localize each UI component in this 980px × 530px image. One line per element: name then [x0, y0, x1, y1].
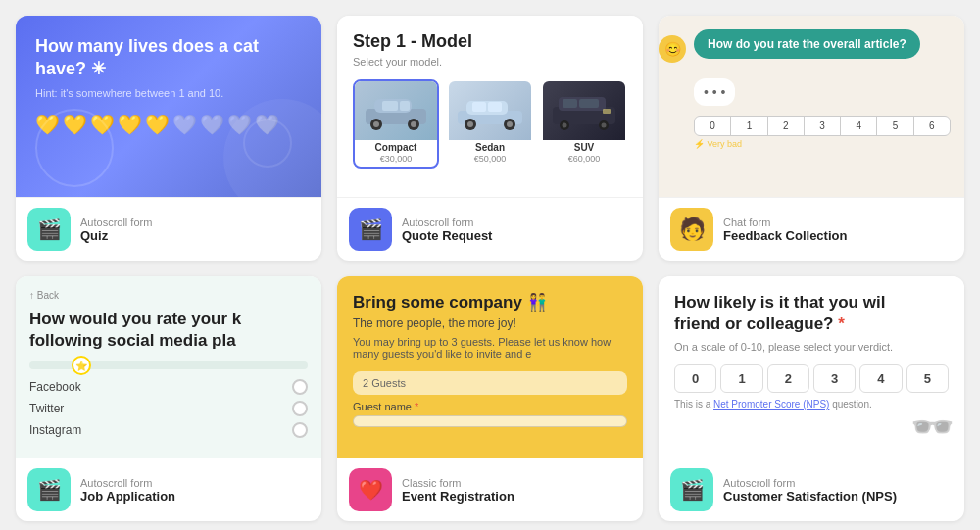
sedan-label: Sedan	[449, 140, 531, 154]
nps-info: This is a Net Promoter Score (NPS) quest…	[674, 399, 949, 410]
facebook-radio	[292, 379, 308, 395]
scale-4: 4	[841, 117, 877, 135]
card-feedback[interactable]: 😊 How do you rate the overall article? •…	[659, 16, 964, 261]
job-card-text: Autoscroll form Job Application	[80, 477, 175, 504]
svg-point-21	[602, 123, 607, 128]
svg-point-13	[507, 121, 513, 127]
event-desc: You may bring up to 3 guests. Please let…	[353, 336, 627, 360]
card-customer-satisfaction[interactable]: How likely is it that you wilfriend or c…	[659, 276, 964, 521]
quiz-card-text: Autoscroll form Quiz	[80, 217, 152, 243]
event-subtitle: The more people, the more joy!	[353, 316, 627, 330]
event-preview: Bring some company 👫 The more people, th…	[337, 276, 643, 458]
quiz-title: Quiz	[80, 228, 152, 243]
scale-6: 6	[914, 117, 950, 135]
card-grid: How many lives does a cat have? ✳ Hint: …	[0, 0, 980, 530]
nps-1: 1	[720, 364, 762, 393]
svg-rect-7	[400, 101, 410, 111]
scale-0: 0	[695, 117, 731, 135]
svg-point-5	[411, 121, 416, 127]
card-job-application[interactable]: ↑ Back How would you rate your kfollowin…	[16, 276, 321, 521]
event-footer: ❤️ Classic form Event Registration	[337, 458, 643, 521]
svg-rect-14	[472, 102, 486, 112]
feedback-icon: 🧑	[670, 208, 713, 251]
suv-price: €60,000	[543, 154, 625, 167]
job-option-facebook: Facebook	[29, 379, 308, 395]
svg-rect-6	[382, 101, 398, 111]
quote-card-text: Autoscroll form Quote Request	[402, 217, 492, 243]
svg-rect-15	[488, 102, 502, 112]
event-card-text: Classic form Event Registration	[402, 477, 514, 504]
nps-form-type: Autoscroll form	[723, 477, 897, 489]
svg-point-3	[373, 121, 379, 127]
sedan-price: €50,000	[449, 154, 531, 167]
suv-label: SUV	[543, 140, 625, 154]
event-form-type: Classic form	[402, 477, 514, 489]
svg-rect-22	[563, 99, 577, 108]
nps-footer: 🎬 Autoscroll form Customer Satisfaction …	[659, 458, 964, 521]
job-icon: 🎬	[27, 468, 71, 511]
event-name-label: Guest name *	[353, 401, 627, 412]
facebook-label: Facebook	[29, 380, 81, 394]
job-option-instagram: Instagram	[29, 422, 308, 438]
quote-subtitle: Select your model.	[353, 56, 627, 68]
event-icon: ❤️	[349, 468, 392, 511]
nps-4: 4	[859, 364, 902, 393]
feedback-bubble-wrap: 😊 How do you rate the overall article?	[672, 29, 951, 69]
feedback-dots: • • •	[694, 78, 735, 106]
nps-5: 5	[906, 364, 949, 393]
quiz-question: How many lives does a cat have? ✳	[35, 35, 302, 81]
car-suv: SUV €60,000	[541, 79, 627, 169]
event-title: Bring some company 👫	[353, 292, 627, 313]
nps-question: How likely is it that you wilfriend or c…	[674, 292, 949, 335]
feedback-scale: 0 1 2 3 4 5 6	[694, 116, 951, 136]
nps-scale: 0 1 2 3 4 5	[674, 364, 949, 393]
nps-card-text: Autoscroll form Customer Satisfaction (N…	[723, 477, 897, 504]
feedback-form-type: Chat form	[723, 217, 847, 228]
nps-glasses-decoration: 🕶️	[910, 407, 955, 448]
feedback-bubble: How do you rate the overall article?	[694, 29, 920, 59]
job-slider: ⭐	[29, 361, 308, 369]
svg-point-19	[563, 123, 567, 128]
nps-subtitle: On a scale of 0-10, please select your v…	[674, 341, 949, 353]
feedback-footer: 🧑 Chat form Feedback Collection	[659, 197, 964, 261]
quiz-icon: 🎬	[27, 208, 71, 251]
svg-point-11	[467, 121, 473, 127]
job-option-twitter: Twitter	[29, 401, 308, 416]
quote-form-type: Autoscroll form	[402, 217, 492, 228]
event-title-label: Event Registration	[402, 489, 514, 504]
svg-rect-23	[579, 99, 599, 108]
feedback-card-text: Chat form Feedback Collection	[723, 217, 847, 243]
quote-cars: Compact €30,000	[353, 79, 627, 169]
quote-preview: Step 1 - Model Select your model.	[337, 16, 643, 197]
compact-price: €30,000	[355, 154, 437, 167]
scale-2: 2	[768, 117, 805, 135]
scale-3: 3	[805, 117, 841, 135]
nps-0: 0	[674, 364, 716, 393]
event-name-field	[353, 415, 627, 427]
instagram-radio	[292, 422, 308, 438]
twitter-label: Twitter	[29, 402, 64, 415]
job-title: Job Application	[80, 489, 175, 504]
twitter-radio	[292, 401, 308, 416]
svg-rect-24	[603, 109, 611, 114]
nps-3: 3	[813, 364, 856, 393]
quiz-hint: Hint: it's somewhere between 1 and 10.	[35, 87, 302, 99]
card-quote-request[interactable]: Step 1 - Model Select your model.	[337, 16, 643, 261]
quote-step: Step 1 - Model	[353, 31, 627, 52]
event-guests-input: 2 Guests	[353, 371, 627, 395]
quiz-form-type: Autoscroll form	[80, 217, 152, 228]
quiz-footer: 🎬 Autoscroll form Quiz	[16, 197, 321, 261]
nps-title: Customer Satisfaction (NPS)	[723, 489, 897, 504]
car-compact: Compact €30,000	[353, 79, 439, 169]
scale-1: 1	[731, 117, 767, 135]
feedback-preview: 😊 How do you rate the overall article? •…	[659, 16, 964, 197]
job-options: Facebook Twitter Instagram	[29, 379, 308, 438]
job-slider-thumb: ⭐	[72, 356, 91, 375]
instagram-label: Instagram	[29, 423, 81, 437]
feedback-avatar: 😊	[659, 35, 686, 63]
card-event-registration[interactable]: Bring some company 👫 The more people, th…	[337, 276, 643, 521]
card-quiz[interactable]: How many lives does a cat have? ✳ Hint: …	[16, 16, 321, 261]
nps-preview: How likely is it that you wilfriend or c…	[659, 276, 964, 458]
quote-footer: 🎬 Autoscroll form Quote Request	[337, 197, 643, 261]
nps-icon: 🎬	[670, 468, 713, 511]
